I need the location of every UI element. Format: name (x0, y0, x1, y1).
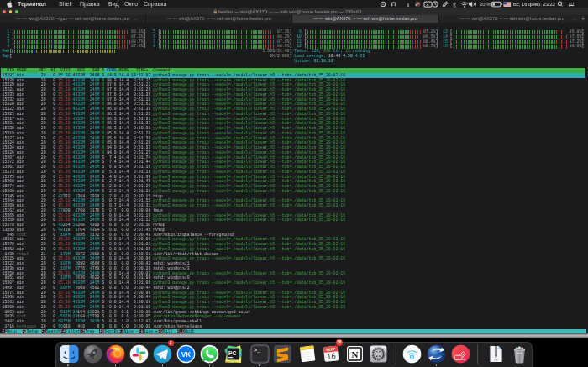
svg-text:N: N (351, 349, 358, 359)
svg-text:16: 16 (326, 350, 336, 360)
svg-text:VK: VK (181, 350, 191, 358)
svg-text:i: i (407, 2, 409, 8)
svg-text:ZIP: ZIP (494, 358, 498, 361)
svg-text:>_: >_ (254, 347, 261, 354)
svg-text:Вс, 16 февр. 23:22: Вс, 16 февр. 23:22 (513, 2, 555, 7)
svg-text:PC: PC (228, 349, 237, 355)
svg-text:20 %: 20 % (480, 2, 491, 7)
